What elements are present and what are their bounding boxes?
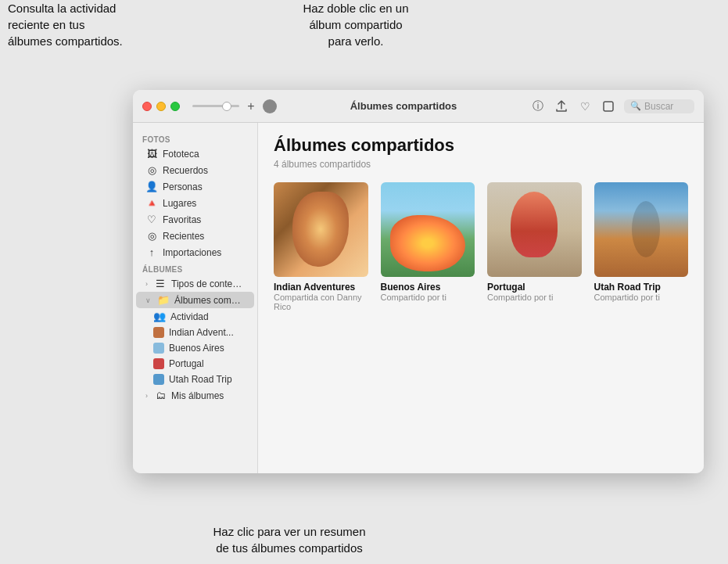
importaciones-label: Importaciones xyxy=(163,247,221,258)
titlebar: + Álbumes compartidos ⓘ ♡ 🔍 Buscar xyxy=(133,90,704,123)
album-meta-buenos: Compartido por ti xyxy=(381,293,475,302)
callout-bottom: Haz clic para ver un resumen de tus álbu… xyxy=(172,523,407,556)
buenos-icon xyxy=(153,343,164,354)
tipos-icon: ☰ xyxy=(154,278,167,289)
album-indian[interactable]: Indian Adventures Compartida con Danny R… xyxy=(274,182,368,311)
sidebar-item-buenos[interactable]: Buenos Aires xyxy=(136,340,254,356)
fototeca-icon: 🖼 xyxy=(145,148,158,160)
sidebar: Fotos 🖼 Fototeca ◎ Recuerdos 👤 Personas … xyxy=(133,123,258,473)
album-thumb-indian xyxy=(274,182,368,277)
share-button[interactable] xyxy=(554,99,569,114)
heart-button[interactable]: ♡ xyxy=(577,99,593,114)
compartidos-label: Álbumes compar... xyxy=(174,295,245,306)
sidebar-item-lugares[interactable]: 🔺 Lugares xyxy=(136,195,254,211)
crop-button[interactable] xyxy=(601,99,616,114)
sidebar-item-fototeca[interactable]: 🖼 Fototeca xyxy=(136,145,254,162)
traffic-lights xyxy=(142,102,180,111)
callout-top-left: Consulta la actividad reciente en tus ál… xyxy=(8,0,152,49)
mis-albumes-icon: 🗂 xyxy=(154,390,167,401)
album-name-indian: Indian Adventures xyxy=(274,282,368,293)
favoritas-icon: ♡ xyxy=(145,214,158,225)
sidebar-item-tipos[interactable]: › ☰ Tipos de contenido xyxy=(136,275,254,292)
portugal-icon xyxy=(153,358,164,369)
albumes-section-label: Álbumes xyxy=(133,260,257,275)
slider-thumb xyxy=(222,102,231,111)
utah-icon xyxy=(153,374,164,385)
album-thumb-buenos xyxy=(381,182,475,277)
close-button[interactable] xyxy=(142,102,152,111)
album-meta-portugal: Compartido por ti xyxy=(487,293,582,302)
album-utah[interactable]: Utah Road Trip Compartido por ti xyxy=(594,182,689,311)
fotos-section-label: Fotos xyxy=(133,131,257,145)
recuerdos-label: Recuerdos xyxy=(163,165,208,176)
buenos-label: Buenos Aires xyxy=(169,343,224,354)
panel-subtitle: 4 álbumes compartidos xyxy=(274,159,688,170)
sidebar-item-mis-albumes[interactable]: › 🗂 Mis álbumes xyxy=(136,387,254,404)
sidebar-item-actividad[interactable]: 👥 Actividad xyxy=(136,308,254,325)
window-title: Álbumes compartidos xyxy=(283,100,524,112)
recientes-icon: ◎ xyxy=(145,230,158,242)
toolbar-actions: ⓘ ♡ 🔍 Buscar xyxy=(530,99,694,114)
sidebar-item-portugal[interactable]: Portugal xyxy=(136,356,254,372)
portugal-label: Portugal xyxy=(169,358,204,369)
sidebar-item-favoritas[interactable]: ♡ Favoritas xyxy=(136,211,254,228)
sidebar-item-recientes[interactable]: ◎ Recientes xyxy=(136,228,254,244)
add-button[interactable]: + xyxy=(244,99,258,113)
album-thumb-utah xyxy=(594,182,689,277)
importaciones-icon: ↑ xyxy=(145,246,158,258)
album-thumb-portugal xyxy=(487,182,582,277)
album-name-portugal: Portugal xyxy=(487,282,582,293)
actividad-icon: 👥 xyxy=(153,311,166,322)
minimize-button[interactable] xyxy=(156,102,166,111)
compartidos-icon: 📁 xyxy=(157,294,170,306)
sidebar-item-indian[interactable]: Indian Advent... xyxy=(136,325,254,340)
search-placeholder: Buscar xyxy=(644,101,673,112)
view-toggle-button[interactable] xyxy=(263,99,277,113)
album-meta-indian: Compartida con Danny Rico xyxy=(274,293,368,311)
maximize-button[interactable] xyxy=(170,102,180,111)
lugares-label: Lugares xyxy=(163,198,196,209)
album-name-utah: Utah Road Trip xyxy=(594,282,689,293)
sidebar-item-utah[interactable]: Utah Road Trip xyxy=(136,372,254,387)
recientes-label: Recientes xyxy=(163,231,204,242)
search-box[interactable]: 🔍 Buscar xyxy=(624,99,694,113)
mis-albumes-label: Mis álbumes xyxy=(171,390,224,401)
fototeca-label: Fototeca xyxy=(163,149,199,160)
search-icon: 🔍 xyxy=(630,101,641,111)
slider-track xyxy=(192,105,239,107)
content-area: Fotos 🖼 Fototeca ◎ Recuerdos 👤 Personas … xyxy=(133,123,704,473)
album-buenos[interactable]: Buenos Aires Compartido por ti xyxy=(381,182,475,311)
chevron-right-icon: › xyxy=(145,280,148,288)
callout-top-right: Haz doble clic en un álbum compartido pa… xyxy=(274,0,438,49)
album-meta-utah: Compartido por ti xyxy=(594,293,689,302)
main-panel: Álbumes compartidos 4 álbumes compartido… xyxy=(258,123,704,473)
albums-grid: Indian Adventures Compartida con Danny R… xyxy=(274,182,688,311)
sidebar-item-personas[interactable]: 👤 Personas xyxy=(136,178,254,195)
actividad-label: Actividad xyxy=(170,311,209,322)
album-name-buenos: Buenos Aires xyxy=(381,282,475,293)
personas-label: Personas xyxy=(163,181,203,192)
sidebar-item-compartidos[interactable]: ∨ 📁 Álbumes compar... xyxy=(136,292,254,308)
indian-icon xyxy=(153,327,164,338)
zoom-controls: + xyxy=(192,99,277,113)
recuerdos-icon: ◎ xyxy=(145,164,158,176)
panel-title: Álbumes compartidos xyxy=(274,135,688,156)
sidebar-item-recuerdos[interactable]: ◎ Recuerdos xyxy=(136,162,254,178)
utah-label: Utah Road Trip xyxy=(169,374,232,385)
zoom-slider[interactable] xyxy=(192,105,239,107)
lugares-icon: 🔺 xyxy=(145,197,158,209)
main-window: + Álbumes compartidos ⓘ ♡ 🔍 Buscar xyxy=(133,90,704,473)
tipos-label: Tipos de contenido xyxy=(171,278,245,289)
indian-label: Indian Advent... xyxy=(169,327,234,338)
album-portugal[interactable]: Portugal Compartido por ti xyxy=(487,182,582,311)
chevron-down-icon: ∨ xyxy=(145,296,151,304)
mis-albumes-chevron-icon: › xyxy=(145,392,148,400)
personas-icon: 👤 xyxy=(145,181,158,192)
sidebar-item-importaciones[interactable]: ↑ Importaciones xyxy=(136,244,254,260)
favoritas-label: Favoritas xyxy=(163,214,201,225)
info-button[interactable]: ⓘ xyxy=(530,99,546,114)
svg-rect-0 xyxy=(604,102,613,111)
